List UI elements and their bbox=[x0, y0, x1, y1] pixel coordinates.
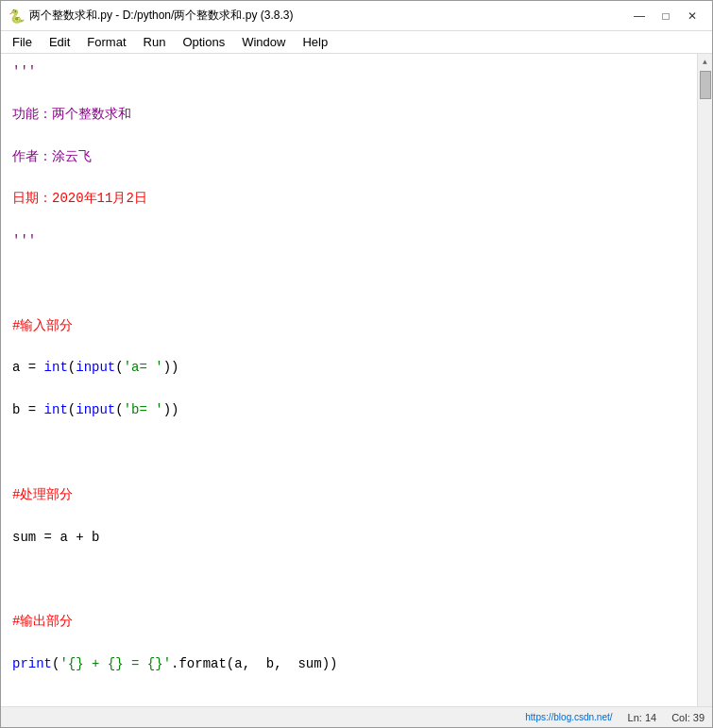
title-bar-left: 🐍 两个整数求和.py - D:/python/两个整数求和.py (3.8.3… bbox=[8, 8, 293, 24]
minimize-button[interactable]: — bbox=[627, 7, 652, 25]
editor-area: ''' 功能：两个整数求和 作者：涂云飞 日期：2020年11月2日 ''' #… bbox=[1, 54, 712, 706]
app-icon: 🐍 bbox=[8, 8, 24, 24]
menu-run[interactable]: Run bbox=[136, 33, 174, 51]
menu-edit[interactable]: Edit bbox=[42, 33, 77, 51]
menu-bar: File Edit Format Run Options Window Help bbox=[1, 31, 712, 54]
status-ln: Ln: 14 bbox=[628, 712, 657, 723]
scroll-thumb[interactable] bbox=[700, 71, 711, 99]
menu-options[interactable]: Options bbox=[175, 33, 232, 51]
maximize-button[interactable]: □ bbox=[654, 7, 678, 25]
menu-format[interactable]: Format bbox=[79, 33, 133, 51]
menu-window[interactable]: Window bbox=[234, 33, 293, 51]
status-col: Col: 39 bbox=[671, 712, 705, 723]
window-title: 两个整数求和.py - D:/python/两个整数求和.py (3.8.3) bbox=[29, 8, 293, 24]
title-bar: 🐍 两个整数求和.py - D:/python/两个整数求和.py (3.8.3… bbox=[1, 1, 712, 31]
scrollbar-right[interactable]: ▲ bbox=[697, 54, 712, 706]
status-right: https://blog.csdn.net/ Ln: 14 Col: 39 bbox=[525, 712, 705, 723]
close-button[interactable]: ✕ bbox=[680, 7, 705, 25]
menu-help[interactable]: Help bbox=[295, 33, 335, 51]
menu-file[interactable]: File bbox=[5, 33, 40, 51]
scroll-up-arrow[interactable]: ▲ bbox=[698, 54, 713, 69]
status-url: https://blog.csdn.net/ bbox=[525, 712, 612, 722]
title-controls: — □ ✕ bbox=[627, 7, 705, 25]
code-editor[interactable]: ''' 功能：两个整数求和 作者：涂云飞 日期：2020年11月2日 ''' #… bbox=[1, 54, 697, 706]
status-bar: https://blog.csdn.net/ Ln: 14 Col: 39 bbox=[1, 706, 712, 727]
main-window: 🐍 两个整数求和.py - D:/python/两个整数求和.py (3.8.3… bbox=[0, 0, 713, 728]
